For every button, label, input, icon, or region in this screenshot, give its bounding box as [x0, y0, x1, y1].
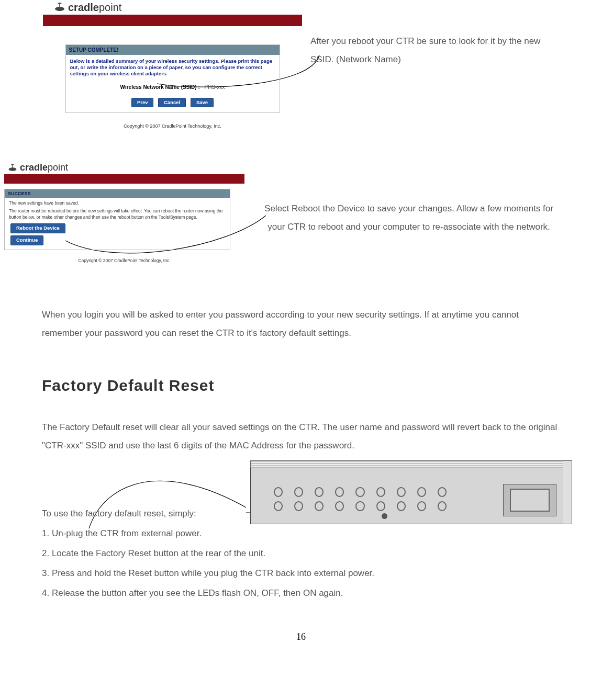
factory-reset-paragraph: The Factory Default reset will clear all… [42, 419, 560, 455]
led-icon [315, 487, 324, 497]
panel-buttons: Prev Cancel Save [70, 98, 275, 107]
header-red-bar-2 [4, 174, 244, 184]
logo-norm: point [99, 2, 121, 13]
led-icon [438, 501, 447, 511]
device-side [563, 460, 572, 524]
device-led-panel [274, 487, 447, 518]
callout-reboot: Select Reboot the Device to save your ch… [263, 200, 555, 236]
setup-panel-body: Below is a detailed summary of your wire… [66, 55, 280, 112]
router-icon [53, 1, 66, 14]
led-icon [417, 501, 426, 511]
setup-complete-screenshot: cradlepoint SETUP COMPLETE! Below is a d… [43, 0, 302, 129]
led-icon [274, 501, 283, 511]
ssid-row: Wireless Network Name (SSID) : PHS-xxx [70, 84, 275, 91]
led-icon [417, 487, 426, 497]
cp-header: cradlepoint [43, 0, 302, 15]
reset-step-2: 2. Locate the Factory Reset button at th… [42, 548, 265, 559]
setup-panel: SETUP COMPLETE! Below is a detailed summ… [65, 44, 280, 113]
led-icon [397, 487, 406, 497]
led-icon [376, 501, 385, 511]
reset-step-3: 3. Press and hold the Reset button while… [42, 568, 374, 579]
led-icon [335, 487, 344, 497]
device-slot [503, 484, 556, 516]
continue-button[interactable]: Continue [10, 235, 43, 245]
prev-button[interactable]: Prev [131, 98, 154, 107]
led-icon [294, 501, 303, 511]
led-icon [376, 487, 385, 497]
led-icon [355, 487, 364, 497]
device-slot-inner [510, 489, 550, 512]
device-front [250, 468, 563, 524]
factory-default-reset-heading: Factory Default Reset [42, 377, 214, 394]
reset-step-4: 4. Release the button after you see the … [42, 588, 343, 599]
logo-bold: cradle [68, 2, 99, 13]
ssid-value: PHS-xxx [205, 84, 225, 90]
setup-body-text: Below is a detailed summary of your wire… [70, 58, 275, 77]
cradlepoint-logo-2: cradlepoint [7, 162, 68, 173]
led-icon [335, 501, 344, 511]
logo-bold: cradle [20, 162, 48, 173]
success-panel-title: SUCCESS [5, 189, 230, 198]
ssid-label: Wireless Network Name (SSID) : [120, 84, 200, 90]
reset-steps-intro: To use the factory default reset, simply… [42, 509, 196, 519]
page-number: 16 [0, 631, 602, 642]
router-icon [7, 163, 18, 173]
led-icon [397, 501, 406, 511]
panel-buttons-2: Reboot the Device Continue [9, 223, 226, 245]
success-panel: SUCCESS The new settings have been saved… [4, 189, 230, 250]
setup-panel-title: SETUP COMPLETE! [66, 45, 280, 55]
cp-footer-1: Copyright © 2007 CradlePoint Technology,… [43, 123, 302, 129]
led-icon [355, 501, 364, 511]
reboot-device-button[interactable]: Reboot the Device [10, 223, 65, 233]
success-line1: The new settings have been saved. [9, 200, 226, 206]
factory-reset-pinhole [382, 513, 387, 519]
device-illustration [250, 460, 572, 539]
led-icon [294, 487, 303, 497]
cp-header-2: cradlepoint [4, 161, 244, 174]
success-screenshot: cradlepoint SUCCESS The new settings hav… [4, 161, 244, 263]
header-red-bar [43, 15, 302, 26]
logo-norm: point [48, 162, 68, 173]
cradlepoint-logo: cradlepoint [53, 1, 121, 14]
save-button[interactable]: Save [191, 98, 214, 107]
success-panel-body: The new settings have been saved. The ro… [5, 198, 230, 250]
cp-footer-2: Copyright © 2007 CradlePoint Technology,… [4, 258, 244, 263]
success-line2: The router must be rebooted before the n… [9, 208, 226, 220]
login-note-paragraph: When you login you will be asked to ente… [42, 306, 560, 343]
led-icon [438, 487, 447, 497]
led-icon [274, 487, 283, 497]
led-icon [315, 501, 324, 511]
reset-step-1: 1. Un-plug the CTR from external power. [42, 528, 202, 539]
callout-ssid: After you reboot your CTR be sure to loo… [310, 32, 556, 69]
device-top-grille [250, 460, 563, 468]
cancel-button[interactable]: Cancel [158, 98, 186, 107]
